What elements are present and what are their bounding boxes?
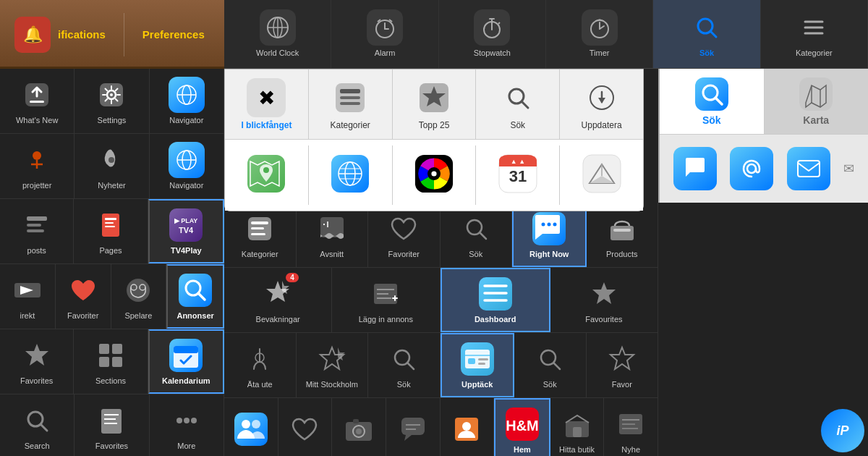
overlay-topp25-cell[interactable]: Topp 25 [393,69,477,139]
nyheter-cell[interactable]: Nyheter [75,134,149,198]
navigator-cell[interactable]: Navigator [150,69,224,133]
alarm-cell[interactable]: Alarm [331,0,438,68]
favourites-cell[interactable]: Favourites [550,268,658,332]
r-favoriter-cell[interactable]: Favoriter [368,203,441,267]
svg-rect-40 [102,214,119,237]
kalendarium-cell[interactable]: Kalendarium [148,329,224,394]
r-sok2-label: Sök [397,380,411,389]
ip-logo-container: iP [817,405,868,456]
projetter-cell[interactable]: projetter [0,134,75,198]
hm-cell[interactable]: H&M Hem [494,398,550,456]
r-avsnitt-cell[interactable]: Avsnitt [297,203,369,267]
r-heart-cell[interactable] [278,398,333,456]
svg-text:31: 31 [509,167,527,185]
annonser-cell[interactable]: Annonser [166,264,224,329]
bottom-app-row: H&M Hem Hitta butik [224,398,658,456]
at-btn[interactable] [730,147,773,190]
r-kategorier-cell[interactable]: Kategorier [224,203,297,267]
direkt-cell[interactable]: irekt [0,264,56,329]
products-cell[interactable]: Products [587,203,659,267]
preferences-label[interactable]: Preferences [142,28,205,41]
mitt-stockholm-icon [314,341,350,377]
pages-icon [93,207,129,243]
origami-app-cell[interactable] [560,145,643,205]
colorwheel-app-cell[interactable] [393,145,477,205]
r-sok3-icon [532,341,568,377]
envelope-btn[interactable] [787,147,830,190]
svg-point-117 [553,222,557,226]
notifications-icon[interactable]: 🔔 [14,17,51,53]
more-icon [169,402,205,439]
overlay-sok-cell[interactable]: Sök [476,69,560,139]
posts-cell[interactable]: posts [0,199,74,263]
upptack-cell[interactable]: Upptäck [441,333,515,397]
r-fav-cell[interactable]: Favor [587,333,659,397]
overlay-kategorier-cell[interactable]: Kategorier [309,69,393,139]
svg-text:▲ ▲: ▲ ▲ [511,158,525,165]
svg-rect-106 [251,221,268,224]
nyheter-label: Nyheter [98,181,126,190]
search2-cell[interactable]: Search [0,394,75,456]
svg-marker-132 [592,282,616,304]
lagg-in-cell[interactable]: Lägg in annons [332,268,440,332]
r-sok2-icon [386,341,422,377]
r-camera-cell[interactable] [332,398,386,456]
svg-line-113 [480,232,486,239]
r-sok3-cell[interactable]: Sök [514,333,587,397]
nav-row-2: Kategorier Avsnitt [224,203,658,268]
karta-tab[interactable]: Karta [765,69,869,134]
sok-main-cell[interactable]: Sök [653,0,760,68]
settings-cell[interactable]: Settings [75,69,149,133]
ata-ute-cell[interactable]: Äta ute [224,333,297,397]
more-cell[interactable]: More [150,394,224,456]
r-chat-icon [395,411,431,447]
dashboard-cell[interactable]: Dashboard [441,268,550,332]
kalendarium-icon [168,337,204,373]
separator [124,13,124,56]
chat-btn[interactable] [673,147,717,190]
pages-cell[interactable]: Pages [74,199,148,263]
favorites3-cell[interactable]: Favorites [75,394,149,456]
globe-app-cell[interactable] [309,145,393,205]
favoriter-cell[interactable]: Favoriter [56,264,111,329]
r-sok2-cell[interactable]: Sök [368,333,441,397]
timer-label: Timer [590,48,610,58]
nyheter-r-cell[interactable]: Nyhe [604,398,658,456]
people-cell[interactable] [224,398,278,456]
tv4play-cell[interactable]: ▶ PLAY TV4 TV4Play [148,199,224,263]
overlay-uppdatera-cell[interactable]: Uppdatera [560,69,643,139]
kategorier-main-cell[interactable]: Kategorier [761,0,868,68]
stopwatch-cell[interactable]: Stopwatch [439,0,546,68]
favorites2-cell[interactable]: Favorites [0,329,74,394]
svg-rect-51 [179,274,212,307]
svg-point-33 [109,157,114,163]
whats-new-cell[interactable]: What's New [0,69,75,133]
r-chat-cell[interactable] [386,398,441,456]
hitta-butik-cell[interactable]: Hitta butik [550,398,605,456]
r-sok-cell[interactable]: Sök [441,203,513,267]
right-now-cell[interactable]: Right Now [512,203,587,267]
world-clock-cell[interactable]: World Clock [224,0,331,68]
maps-app-cell[interactable] [225,145,309,205]
svg-text:▶ PLAY: ▶ PLAY [174,217,198,224]
dashboard-icon [477,276,514,312]
sok-tab[interactable]: Sök [660,69,765,134]
svg-point-158 [462,422,471,431]
mitt-stockholm-cell[interactable]: Mitt Stockholm [297,333,369,397]
i-blickfanget-cell[interactable]: ✖ I blickfånget [225,69,309,139]
pages-label: Pages [99,246,122,256]
nyheter-icon [93,142,129,178]
timer-cell[interactable]: Timer [546,0,653,68]
products-icon [604,211,640,247]
sections-cell[interactable]: Sections [74,329,148,394]
clock-row: World Clock Alarm [224,0,868,69]
svg-rect-118 [610,226,634,240]
spelare-cell[interactable]: Spelare [111,264,167,329]
bevakningar-cell[interactable]: 4 Bevakningar [224,268,332,332]
svg-rect-142 [478,358,488,360]
navigator2-cell[interactable]: Navigator [150,134,224,198]
calendar-app-cell[interactable]: ▲ ▲ 31 [476,145,560,205]
right-now-icon [531,211,567,247]
left-row-4: irekt Favoriter [0,264,224,329]
r-contacts-cell[interactable] [441,398,495,456]
